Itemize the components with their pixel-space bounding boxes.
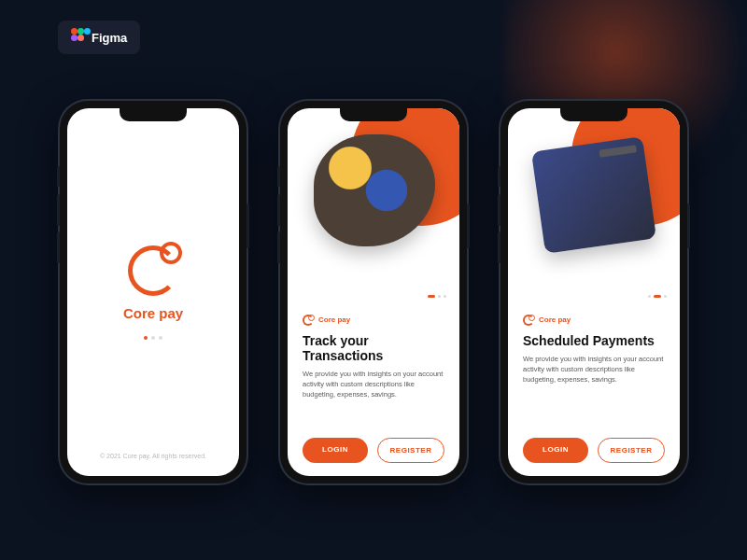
screen-splash: Core pay © 2021 Core pay. All rights res… [67, 108, 239, 476]
login-button[interactable]: LOGIN [303, 438, 368, 463]
corepay-logo-icon [303, 315, 314, 326]
onboarding-title: Track your Transactions [303, 333, 444, 363]
onboarding-body: We provide you with insights on your acc… [523, 354, 665, 385]
brand-row: Core pay [523, 315, 665, 326]
phone-splash: Core pay © 2021 Core pay. All rights res… [60, 101, 247, 483]
login-button[interactable]: LOGIN [523, 438, 588, 463]
register-button[interactable]: REGISTER [377, 438, 444, 463]
figma-icon [71, 28, 84, 47]
corepay-logo-icon [523, 315, 534, 326]
screen-onboarding-1: Core pay Track your Transactions We prov… [288, 108, 459, 476]
page-indicator [144, 336, 162, 340]
phone-onboarding-2: Core pay Scheduled Payments We provide y… [500, 101, 687, 483]
credit-card-illustration [531, 136, 656, 254]
onboarding-title: Scheduled Payments [523, 333, 665, 348]
hero-illustration [508, 108, 680, 315]
screen-onboarding-2: Core pay Scheduled Payments We provide y… [508, 108, 680, 476]
register-button[interactable]: REGISTER [598, 438, 665, 463]
page-indicator [648, 295, 667, 298]
copyright-text: © 2021 Core pay. All rights reserved. [67, 453, 239, 459]
brand-name: Core pay [123, 305, 183, 321]
corepay-logo-icon [128, 245, 178, 296]
phone-row: Core pay © 2021 Core pay. All rights res… [0, 101, 747, 483]
figma-label: Figma [92, 31, 127, 45]
brand-name: Core pay [318, 315, 350, 324]
figma-badge: Figma [58, 21, 140, 54]
people-illustration [314, 134, 435, 246]
onboarding-body: We provide you with insights on your acc… [303, 369, 444, 400]
hero-illustration [288, 108, 459, 315]
phone-onboarding-1: Core pay Track your Transactions We prov… [280, 101, 467, 483]
page-indicator [428, 295, 446, 298]
brand-name: Core pay [539, 315, 571, 324]
brand-row: Core pay [303, 315, 444, 326]
